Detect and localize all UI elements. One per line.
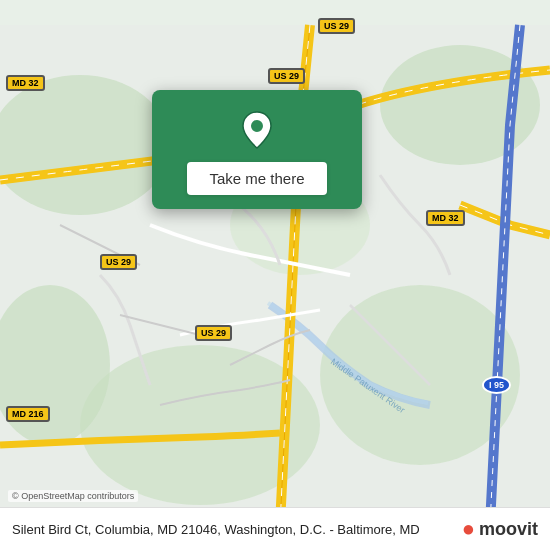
- road-badge-us29-upper: US 29: [268, 68, 305, 84]
- road-badge-i95: I 95: [482, 376, 511, 394]
- road-badge-md216: MD 216: [6, 406, 50, 422]
- road-badge-us29-mid: US 29: [100, 254, 137, 270]
- road-badge-us29-top: US 29: [318, 18, 355, 34]
- moovit-logo: ● moovit: [462, 516, 538, 542]
- location-card: Take me there: [152, 90, 362, 209]
- location-pin-icon: [235, 108, 279, 152]
- osm-attribution: © OpenStreetMap contributors: [8, 490, 138, 502]
- svg-point-8: [250, 119, 264, 133]
- road-badge-md32-top: MD 32: [6, 75, 45, 91]
- bottom-bar: Silent Bird Ct, Columbia, MD 21046, Wash…: [0, 507, 550, 550]
- moovit-text: moovit: [479, 519, 538, 540]
- take-me-there-button[interactable]: Take me there: [187, 162, 326, 195]
- moovit-dot: ●: [462, 516, 475, 542]
- address-text: Silent Bird Ct, Columbia, MD 21046, Wash…: [12, 522, 462, 537]
- road-badge-md32-right: MD 32: [426, 210, 465, 226]
- road-badge-us29-lower: US 29: [195, 325, 232, 341]
- map-container: Middle Patuxent River US 29 US 29 US 29: [0, 0, 550, 550]
